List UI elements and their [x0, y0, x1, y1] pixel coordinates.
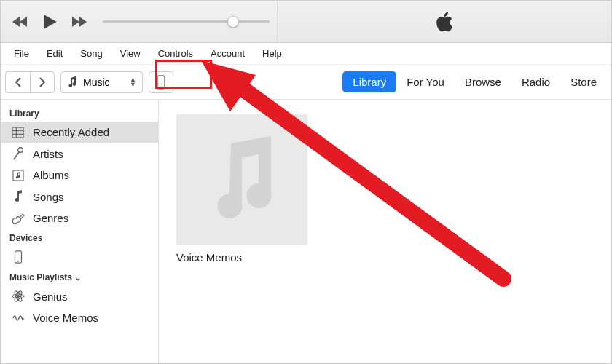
previous-button[interactable] — [8, 9, 33, 34]
sidebar-item-label: Songs — [33, 191, 64, 203]
sidebar-item-label: Recently Added — [33, 126, 109, 138]
svg-point-12 — [17, 295, 19, 297]
sidebar-item-label: Voice Memos — [33, 312, 98, 324]
svg-rect-2 — [12, 127, 24, 138]
tab-for-you[interactable]: For You — [396, 71, 455, 92]
music-note-icon — [67, 76, 77, 88]
phone-icon — [157, 75, 165, 90]
volume-knob[interactable] — [227, 16, 239, 28]
svg-point-1 — [160, 86, 162, 87]
guitar-icon — [11, 213, 26, 224]
sidebar-item-genius[interactable]: Genius — [1, 285, 158, 307]
titlebar — [1, 1, 611, 43]
menu-account[interactable]: Account — [203, 45, 252, 62]
next-button[interactable] — [66, 9, 91, 34]
sidebar-item-device[interactable] — [1, 246, 158, 268]
menu-help[interactable]: Help — [255, 45, 289, 62]
phone-icon — [11, 250, 26, 264]
grid-icon — [11, 127, 26, 138]
placeholder-note-icon — [202, 136, 282, 223]
svg-point-11 — [17, 261, 19, 262]
sidebar-item-artists[interactable]: Artists — [1, 143, 158, 165]
play-icon — [40, 12, 59, 31]
sidebar-group-devices: Devices — [1, 229, 158, 246]
voice-icon — [11, 312, 26, 324]
sidebar-item-genres[interactable]: Genres — [1, 207, 158, 229]
svg-point-7 — [18, 148, 23, 153]
sidebar-item-label: Albums — [33, 169, 69, 181]
menu-file[interactable]: File — [7, 45, 36, 62]
chevron-right-icon — [39, 77, 46, 87]
back-button[interactable] — [5, 71, 30, 93]
svg-line-8 — [14, 152, 19, 159]
play-button[interactable] — [37, 9, 62, 34]
tab-browse[interactable]: Browse — [455, 71, 511, 92]
apple-logo-icon — [434, 9, 455, 34]
menu-view[interactable]: View — [113, 45, 148, 62]
prev-track-icon — [12, 15, 29, 29]
sidebar-group-library: Library — [1, 104, 158, 122]
volume-slider[interactable] — [103, 12, 270, 32]
tab-store[interactable]: Store — [560, 71, 607, 92]
sidebar-item-recently-added[interactable]: Recently Added — [1, 122, 158, 143]
menu-controls[interactable]: Controls — [151, 45, 200, 62]
source-chevrons-icon: ▲▼ — [130, 77, 136, 87]
note-icon — [11, 190, 26, 203]
body: Library Recently Added Artists Albums So… — [1, 100, 611, 364]
toolbar: Music ▲▼ Library For You Browse Radio St… — [1, 65, 611, 100]
menu-bar: File Edit Song View Controls Account Hel… — [1, 43, 611, 65]
sidebar: Library Recently Added Artists Albums So… — [1, 100, 159, 364]
sidebar-item-label: Genius — [33, 290, 68, 303]
chevron-left-icon — [15, 77, 22, 87]
sidebar-item-albums[interactable]: Albums — [1, 165, 158, 186]
album-title: Voice Memos — [176, 251, 307, 264]
album-icon — [11, 170, 26, 181]
source-dropdown[interactable]: Music ▲▼ — [60, 71, 143, 93]
sidebar-item-label: Artists — [33, 148, 63, 160]
mic-icon — [11, 147, 26, 160]
sidebar-item-voice-memos[interactable]: Voice Memos — [1, 307, 158, 328]
sidebar-item-label: Genres — [33, 212, 68, 224]
album-tile[interactable]: Voice Memos — [176, 114, 307, 264]
menu-edit[interactable]: Edit — [39, 45, 70, 62]
device-button[interactable] — [149, 71, 173, 93]
source-label: Music — [83, 76, 124, 88]
chevron-down-icon: ⌄ — [75, 274, 81, 282]
sidebar-item-songs[interactable]: Songs — [1, 186, 158, 207]
nav-buttons — [5, 71, 55, 93]
tab-library[interactable]: Library — [342, 71, 396, 92]
album-art — [176, 114, 307, 245]
now-playing-area — [278, 1, 611, 42]
player-controls — [1, 1, 278, 42]
genius-icon — [11, 290, 26, 303]
next-track-icon — [70, 15, 87, 29]
sidebar-group-playlists[interactable]: Music Playlists ⌄ — [1, 268, 158, 285]
content-area: Voice Memos — [159, 100, 611, 364]
forward-button[interactable] — [30, 71, 55, 93]
tab-radio[interactable]: Radio — [511, 71, 560, 92]
view-tabs: Library For You Browse Radio Store — [342, 71, 607, 92]
menu-song[interactable]: Song — [73, 45, 109, 62]
